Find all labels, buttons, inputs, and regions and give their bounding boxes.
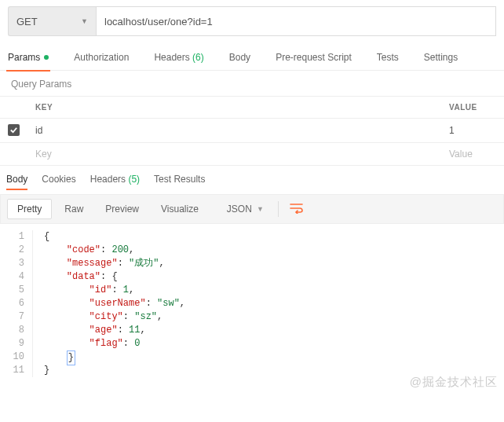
resp-tab-headers[interactable]: Headers (5) <box>90 174 140 189</box>
view-mode-row: Pretty Raw Preview Visualize JSON ▼ <box>0 194 504 224</box>
line-gutter: 1234567891011 <box>0 230 33 377</box>
col-checkbox <box>0 97 27 119</box>
resp-tab-testresults[interactable]: Test Results <box>154 174 205 189</box>
params-indicator-dot <box>44 55 49 60</box>
response-tabs: Body Cookies Headers (5) Test Results <box>0 166 504 189</box>
col-key: KEY <box>27 97 441 119</box>
view-pretty[interactable]: Pretty <box>7 199 52 219</box>
row-key[interactable]: id <box>27 119 441 143</box>
line-wrap-icon[interactable] <box>287 200 307 219</box>
key-placeholder[interactable]: Key <box>27 143 441 166</box>
resp-tab-body[interactable]: Body <box>6 174 27 189</box>
check-icon <box>9 126 18 134</box>
table-row-placeholder[interactable]: Key Value <box>0 143 504 166</box>
tab-headers[interactable]: Headers (6) <box>152 44 205 71</box>
resp-tab-cookies[interactable]: Cookies <box>42 174 75 189</box>
tab-settings[interactable]: Settings <box>422 44 459 71</box>
http-method-select[interactable]: GET ▼ <box>8 6 96 36</box>
url-input[interactable]: localhost/user/one?id=1 <box>96 6 496 36</box>
tab-params[interactable]: Params <box>6 44 50 71</box>
divider <box>278 201 279 217</box>
col-value: VALUE <box>441 97 504 119</box>
query-params-table: KEY VALUE id 1 Key Value <box>0 96 504 166</box>
query-params-label: Query Params <box>0 71 504 96</box>
view-preview[interactable]: Preview <box>96 200 148 218</box>
view-visualize[interactable]: Visualize <box>152 200 208 218</box>
chevron-down-icon: ▼ <box>257 205 264 213</box>
format-select[interactable]: JSON ▼ <box>221 200 270 218</box>
row-checkbox[interactable] <box>8 124 20 136</box>
url-value: localhost/user/one?id=1 <box>104 16 213 28</box>
watermark: @掘金技术社区 <box>410 375 498 388</box>
tab-tests[interactable]: Tests <box>375 44 400 71</box>
value-placeholder[interactable]: Value <box>441 143 504 166</box>
view-raw[interactable]: Raw <box>55 200 93 218</box>
response-body[interactable]: 1234567891011 { "code": 200, "message": … <box>0 224 504 393</box>
code-content: { "code": 200, "message": "成功", "data": … <box>33 230 185 377</box>
row-value[interactable]: 1 <box>441 119 504 143</box>
tab-body[interactable]: Body <box>228 44 252 71</box>
request-tabs: Params Authorization Headers (6) Body Pr… <box>0 44 504 71</box>
tab-prerequest[interactable]: Pre-request Script <box>274 44 353 71</box>
chevron-down-icon: ▼ <box>81 17 88 25</box>
http-method-value: GET <box>16 16 38 28</box>
tab-authorization[interactable]: Authorization <box>72 44 130 71</box>
table-row[interactable]: id 1 <box>0 119 504 143</box>
